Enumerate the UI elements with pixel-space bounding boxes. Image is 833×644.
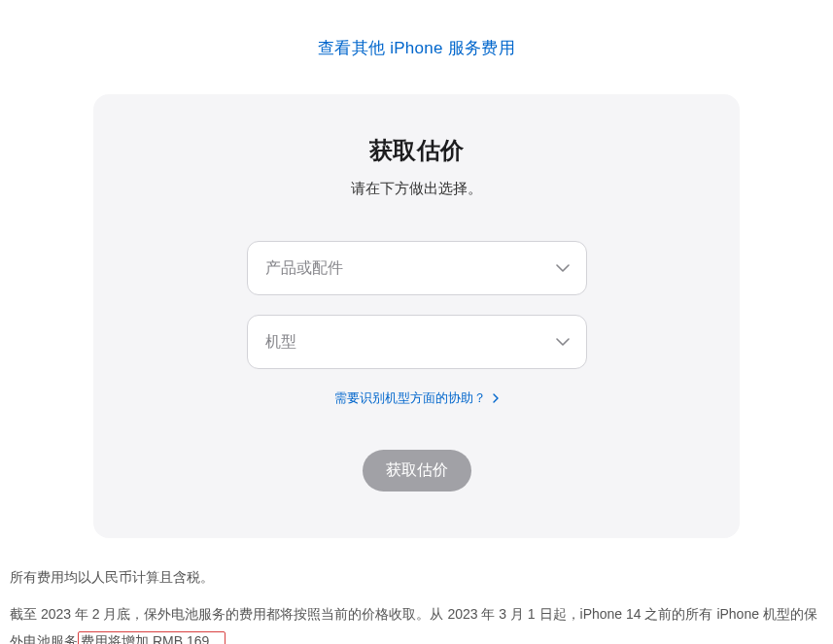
get-estimate-button[interactable]: 获取估价	[363, 450, 471, 491]
price-increase-highlight: 费用将增加 RMB 169。	[78, 631, 226, 644]
product-select-wrap: 产品或配件	[247, 241, 587, 295]
product-select-placeholder: 产品或配件	[265, 258, 343, 279]
card-subtitle: 请在下方做出选择。	[132, 180, 701, 198]
footer-text: 所有费用均以人民币计算且含税。 截至 2023 年 2 月底，保外电池服务的费用…	[0, 538, 833, 644]
footer-line-2: 截至 2023 年 2 月底，保外电池服务的费用都将按照当前的价格收取。从 20…	[10, 600, 823, 644]
estimate-card: 获取估价 请在下方做出选择。 产品或配件 机型 需要识别机型方面的协助？	[93, 94, 740, 538]
model-select-placeholder: 机型	[265, 332, 296, 353]
help-link-label: 需要识别机型方面的协助？	[334, 390, 486, 405]
other-services-link[interactable]: 查看其他 iPhone 服务费用	[318, 39, 515, 57]
model-select[interactable]: 机型	[247, 315, 587, 369]
top-link-container: 查看其他 iPhone 服务费用	[0, 0, 833, 79]
chevron-right-icon	[493, 391, 499, 406]
identify-model-help-link[interactable]: 需要识别机型方面的协助？	[334, 390, 500, 405]
model-select-wrap: 机型	[247, 315, 587, 369]
help-link-container: 需要识别机型方面的协助？	[132, 389, 701, 407]
footer-line-1: 所有费用均以人民币计算且含税。	[10, 563, 823, 591]
product-select[interactable]: 产品或配件	[247, 241, 587, 295]
card-title: 获取估价	[132, 135, 701, 166]
